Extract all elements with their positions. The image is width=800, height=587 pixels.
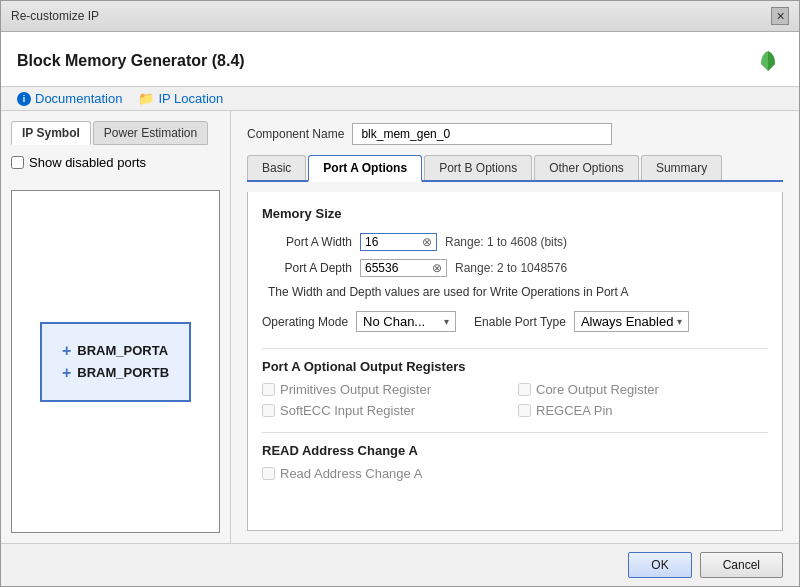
info-icon: i bbox=[17, 92, 31, 106]
port-a-depth-input-box: ⊗ bbox=[360, 259, 447, 277]
operating-mode-select[interactable]: No Chan... ▾ bbox=[356, 311, 456, 332]
documentation-label: Documentation bbox=[35, 91, 122, 106]
tab-bar: Basic Port A Options Port B Options Othe… bbox=[247, 155, 783, 182]
component-name-input[interactable] bbox=[352, 123, 612, 145]
read-address-title: READ Address Change A bbox=[262, 443, 768, 458]
core-checkbox[interactable] bbox=[518, 383, 531, 396]
ip-location-link[interactable]: 📁 IP Location bbox=[138, 91, 223, 106]
operating-mode-arrow-icon: ▾ bbox=[444, 316, 449, 327]
bram-diagram: + BRAM_PORTA + BRAM_PORTB bbox=[11, 190, 220, 533]
info-text: The Width and Depth values are used for … bbox=[262, 285, 768, 299]
tab-port-b[interactable]: Port B Options bbox=[424, 155, 532, 180]
primitives-checkbox-row: Primitives Output Register bbox=[262, 382, 512, 397]
port-a-width-input-box: ⊗ bbox=[360, 233, 437, 251]
port-a-depth-label: Port A Depth bbox=[262, 261, 352, 275]
bram-porta-row: + BRAM_PORTA bbox=[62, 342, 169, 360]
softecc-checkbox-row: SoftECC Input Register bbox=[262, 403, 512, 418]
core-label: Core Output Register bbox=[536, 382, 659, 397]
panel-content: Memory Size Port A Width ⊗ Range: 1 to 4… bbox=[247, 192, 783, 531]
port-a-depth-range: Range: 2 to 1048576 bbox=[455, 261, 567, 275]
component-name-label: Component Name bbox=[247, 127, 344, 141]
tab-basic[interactable]: Basic bbox=[247, 155, 306, 180]
show-disabled-checkbox[interactable] bbox=[11, 156, 24, 169]
optional-registers-section: Port A Optional Output Registers Primiti… bbox=[262, 359, 768, 418]
documentation-link[interactable]: i Documentation bbox=[17, 91, 122, 106]
header: Block Memory Generator (8.4) bbox=[1, 32, 799, 87]
read-address-checkbox[interactable] bbox=[262, 467, 275, 480]
softecc-label: SoftECC Input Register bbox=[280, 403, 415, 418]
enable-port-arrow-icon: ▾ bbox=[677, 316, 682, 327]
regcea-checkbox[interactable] bbox=[518, 404, 531, 417]
operating-mode-label: Operating Mode bbox=[262, 315, 348, 329]
port-a-depth-input[interactable] bbox=[365, 261, 430, 275]
port-a-width-clear-icon[interactable]: ⊗ bbox=[422, 235, 432, 249]
optional-registers-title: Port A Optional Output Registers bbox=[262, 359, 768, 374]
main-area: IP Symbol Power Estimation Show disabled… bbox=[1, 111, 799, 543]
title-bar: Re-customize IP ✕ bbox=[1, 1, 799, 32]
checkbox-grid: Primitives Output Register Core Output R… bbox=[262, 382, 768, 418]
read-address-section: READ Address Change A Read Address Chang… bbox=[262, 443, 768, 481]
toolbar: i Documentation 📁 IP Location bbox=[1, 87, 799, 111]
right-panel: Component Name Basic Port A Options Port… bbox=[231, 111, 799, 543]
primitives-checkbox[interactable] bbox=[262, 383, 275, 396]
plus-icon-a: + bbox=[62, 342, 71, 360]
main-window: Re-customize IP ✕ Block Memory Generator… bbox=[0, 0, 800, 587]
show-disabled-row: Show disabled ports bbox=[11, 155, 220, 170]
close-button[interactable]: ✕ bbox=[771, 7, 789, 25]
softecc-checkbox[interactable] bbox=[262, 404, 275, 417]
core-checkbox-row: Core Output Register bbox=[518, 382, 768, 397]
window-title: Re-customize IP bbox=[11, 9, 99, 23]
port-a-width-range: Range: 1 to 4608 (bits) bbox=[445, 235, 567, 249]
read-address-label: Read Address Change A bbox=[280, 466, 422, 481]
left-tab-bar: IP Symbol Power Estimation bbox=[11, 121, 220, 145]
port-a-width-input[interactable] bbox=[365, 235, 420, 249]
operating-mode-row: Operating Mode No Chan... ▾ Enable Port … bbox=[262, 311, 768, 332]
vivado-logo-icon bbox=[753, 46, 783, 76]
ok-button[interactable]: OK bbox=[628, 552, 691, 578]
tab-summary[interactable]: Summary bbox=[641, 155, 722, 180]
dialog-title: Block Memory Generator (8.4) bbox=[17, 52, 245, 70]
tab-other[interactable]: Other Options bbox=[534, 155, 639, 180]
bram-portb-label: BRAM_PORTB bbox=[77, 365, 169, 380]
port-a-width-row: Port A Width ⊗ Range: 1 to 4608 (bits) bbox=[262, 233, 768, 251]
content-area: Block Memory Generator (8.4) i Documenta… bbox=[1, 32, 799, 586]
regcea-label: REGCEA Pin bbox=[536, 403, 613, 418]
bram-porta-label: BRAM_PORTA bbox=[77, 343, 168, 358]
enable-port-label: Enable Port Type bbox=[474, 315, 566, 329]
footer: OK Cancel bbox=[1, 543, 799, 586]
read-address-checkbox-row: Read Address Change A bbox=[262, 466, 768, 481]
plus-icon-b: + bbox=[62, 364, 71, 382]
divider-2 bbox=[262, 432, 768, 433]
bram-portb-row: + BRAM_PORTB bbox=[62, 364, 169, 382]
left-panel: IP Symbol Power Estimation Show disabled… bbox=[1, 111, 231, 543]
primitives-label: Primitives Output Register bbox=[280, 382, 431, 397]
show-disabled-label: Show disabled ports bbox=[29, 155, 146, 170]
tab-ip-symbol[interactable]: IP Symbol bbox=[11, 121, 91, 145]
regcea-checkbox-row: REGCEA Pin bbox=[518, 403, 768, 418]
enable-port-value: Always Enabled bbox=[581, 314, 674, 329]
divider-1 bbox=[262, 348, 768, 349]
port-a-depth-clear-icon[interactable]: ⊗ bbox=[432, 261, 442, 275]
tab-power-estimation[interactable]: Power Estimation bbox=[93, 121, 208, 145]
port-a-width-label: Port A Width bbox=[262, 235, 352, 249]
ip-location-label: IP Location bbox=[158, 91, 223, 106]
bram-inner-box: + BRAM_PORTA + BRAM_PORTB bbox=[40, 322, 191, 402]
tab-port-a[interactable]: Port A Options bbox=[308, 155, 422, 182]
component-name-row: Component Name bbox=[247, 123, 783, 145]
port-a-depth-row: Port A Depth ⊗ Range: 2 to 1048576 bbox=[262, 259, 768, 277]
memory-size-title: Memory Size bbox=[262, 206, 768, 221]
enable-port-select[interactable]: Always Enabled ▾ bbox=[574, 311, 690, 332]
operating-mode-value: No Chan... bbox=[363, 314, 425, 329]
folder-icon: 📁 bbox=[138, 91, 154, 106]
cancel-button[interactable]: Cancel bbox=[700, 552, 783, 578]
